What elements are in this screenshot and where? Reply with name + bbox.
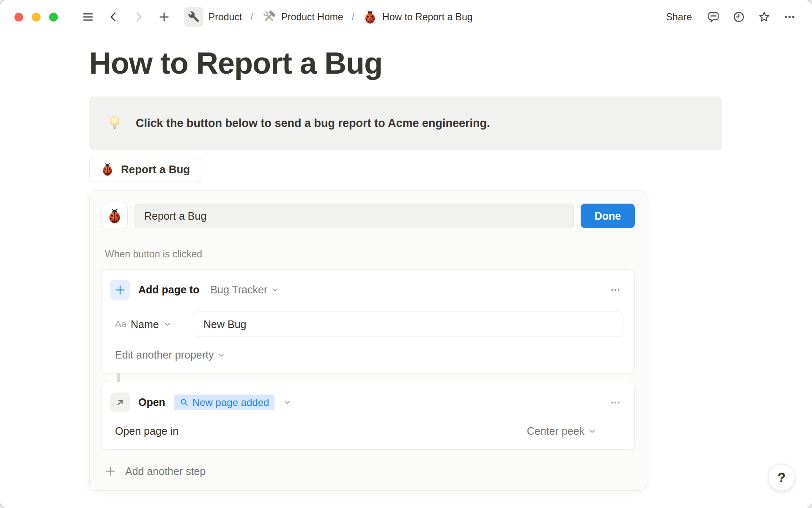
callout-text: Click the button below to send a bug rep… xyxy=(136,117,490,130)
open-target-chip-label: New page added xyxy=(192,397,269,409)
edit-another-property-label: Edit another property xyxy=(115,349,214,361)
property-selector[interactable]: Aa Name xyxy=(110,318,194,331)
page-title: How to Report a Bug xyxy=(89,46,722,80)
open-mode-value: Center peek xyxy=(527,425,584,437)
breadcrumb-label: How to Report a Bug xyxy=(382,11,473,23)
report-a-bug-button-label: Report a Bug xyxy=(121,163,190,176)
share-button[interactable]: Share xyxy=(660,8,698,26)
star-icon xyxy=(758,11,771,23)
trigger-label: When button is clicked xyxy=(105,248,635,260)
help-button[interactable]: ? xyxy=(768,464,795,491)
window-controls xyxy=(14,13,58,22)
history-button[interactable] xyxy=(729,7,749,27)
add-page-step-badge xyxy=(110,280,130,300)
forward-button[interactable] xyxy=(129,7,148,27)
plus-icon xyxy=(104,465,117,478)
open-mode-selector[interactable]: Center peek xyxy=(527,425,596,437)
property-name: Name xyxy=(131,318,159,331)
breadcrumb-separator: / xyxy=(352,11,354,23)
plus-icon xyxy=(158,11,170,23)
close-window-button[interactable] xyxy=(14,13,23,22)
button-name-input[interactable] xyxy=(134,204,574,228)
open-page-step-badge xyxy=(110,392,130,412)
chevron-right-icon xyxy=(132,11,145,23)
button-icon-picker[interactable] xyxy=(102,203,128,229)
ellipsis-icon xyxy=(610,397,621,408)
document-body: How to Report a Bug Click the button bel… xyxy=(0,46,812,491)
breadcrumb: Product / Product Home / How to Report a… xyxy=(181,6,476,28)
step-connector xyxy=(117,373,120,382)
breadcrumb-separator: / xyxy=(250,11,253,23)
top-bar: Product / Product Home / How to Report a… xyxy=(0,0,812,34)
breadcrumb-item-product[interactable]: Product xyxy=(181,6,245,28)
property-row: Aa Name xyxy=(110,312,623,337)
ladybug-icon xyxy=(107,208,123,224)
add-another-step-label: Add another step xyxy=(125,465,206,478)
open-page-in-label: Open page in xyxy=(115,425,178,437)
target-database-label: Bug Tracker xyxy=(210,284,267,296)
breadcrumb-item-how-to-report-a-bug[interactable]: How to Report a Bug xyxy=(359,8,476,26)
report-a-bug-button[interactable]: Report a Bug xyxy=(89,157,201,182)
ladybug-icon xyxy=(363,10,377,24)
chevron-down-icon xyxy=(588,427,596,436)
new-page-button[interactable] xyxy=(154,7,174,27)
hammer-wrench-icon xyxy=(262,10,276,24)
chevron-down-icon xyxy=(217,351,225,359)
chevron-down-icon[interactable] xyxy=(283,398,291,407)
wrench-icon xyxy=(184,7,203,27)
step-title: Open xyxy=(138,396,165,409)
callout-block: Click the button below to send a bug rep… xyxy=(89,97,722,150)
back-button[interactable] xyxy=(104,7,123,27)
step-more-button[interactable] xyxy=(607,395,623,410)
chevron-left-icon xyxy=(107,11,120,23)
open-page-in-row: Open page in Center peek xyxy=(110,425,623,437)
step-title: Add page to xyxy=(138,284,199,296)
step-card-add-page: Add page to Bug Tracker Aa Name xyxy=(102,269,635,373)
app-window: Product / Product Home / How to Report a… xyxy=(0,0,812,508)
done-button[interactable]: Done xyxy=(581,204,635,228)
open-target-chip[interactable]: New page added xyxy=(174,395,274,410)
arrow-up-right-icon xyxy=(114,397,126,409)
more-options-button[interactable] xyxy=(780,7,799,27)
step-card-open-page: Open New page added Open xyxy=(102,382,635,450)
edit-another-property-button[interactable]: Edit another property xyxy=(110,349,225,361)
plus-icon xyxy=(114,284,126,296)
ladybug-icon xyxy=(101,163,114,176)
zoom-window-button[interactable] xyxy=(49,13,58,22)
chevron-down-icon xyxy=(271,286,279,294)
favorite-button[interactable] xyxy=(754,7,774,27)
breadcrumb-label: Product xyxy=(208,11,242,23)
comments-button[interactable] xyxy=(704,7,723,27)
text-property-type-icon: Aa xyxy=(115,319,126,330)
comment-icon xyxy=(707,11,720,23)
breadcrumb-label: Product Home xyxy=(281,11,343,23)
lightbulb-icon xyxy=(106,115,123,132)
ellipsis-icon xyxy=(610,284,621,295)
hamburger-icon xyxy=(82,11,94,23)
sidebar-menu-button[interactable] xyxy=(78,7,98,27)
property-value-input[interactable] xyxy=(194,312,623,337)
add-another-step-button[interactable]: Add another step xyxy=(102,465,206,478)
minimize-window-button[interactable] xyxy=(32,13,41,22)
chevron-down-icon xyxy=(163,320,172,329)
step-more-button[interactable] xyxy=(607,283,623,297)
ellipsis-icon xyxy=(783,11,796,23)
target-database-selector[interactable]: Bug Tracker xyxy=(208,282,282,298)
button-editor-panel: Done When button is clicked Add page to … xyxy=(89,190,646,491)
clock-icon xyxy=(732,11,745,23)
search-icon xyxy=(179,398,189,407)
breadcrumb-item-product-home[interactable]: Product Home xyxy=(258,8,347,26)
